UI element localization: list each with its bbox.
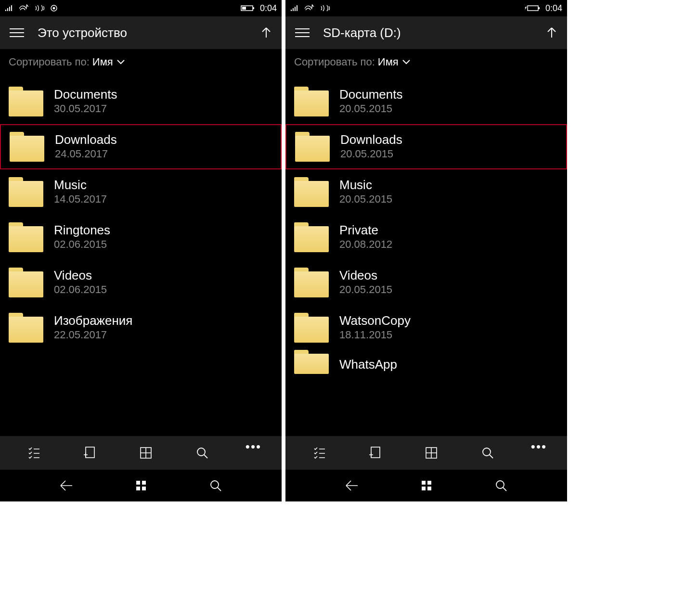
- svg-rect-19: [427, 481, 431, 485]
- status-bar: 0:04: [285, 0, 567, 16]
- folder-text: WhatsApp02.04.2017: [339, 358, 397, 372]
- phone-left: 0:04 Это устройство Сортировать по: Имя …: [0, 0, 282, 501]
- folder-icon: [9, 87, 43, 116]
- folder-item[interactable]: Изображения22.05.2017: [0, 305, 282, 350]
- location-icon: [50, 4, 58, 12]
- sort-value: Имя: [378, 56, 410, 68]
- folder-date: 14.05.2017: [54, 192, 107, 206]
- app-bar: •••: [0, 436, 282, 470]
- back-button[interactable]: [340, 474, 364, 498]
- menu-button[interactable]: [6, 21, 29, 44]
- sort-control[interactable]: Сортировать по: Имя: [285, 49, 567, 75]
- folder-item[interactable]: Downloads20.05.2015: [285, 124, 567, 169]
- folder-item[interactable]: Downloads24.05.2017: [0, 124, 282, 169]
- folder-name: Documents: [54, 88, 117, 102]
- status-left: [5, 4, 58, 12]
- signal-icon: [290, 4, 300, 12]
- sort-value-text: Имя: [92, 56, 113, 68]
- folder-item[interactable]: Private20.08.2012: [285, 215, 567, 260]
- nav-search-button[interactable]: [489, 474, 513, 498]
- folder-item[interactable]: Ringtones02.06.2015: [0, 215, 282, 260]
- folder-icon: [294, 222, 329, 252]
- view-button[interactable]: [417, 441, 446, 465]
- folder-text: Downloads24.05.2017: [55, 133, 117, 161]
- select-button[interactable]: [304, 441, 333, 465]
- folder-text: WatsonCopy18.11.2015: [339, 314, 411, 342]
- folder-item[interactable]: Videos20.05.2015: [285, 260, 567, 305]
- folder-text: Ringtones02.06.2015: [54, 223, 110, 251]
- folder-item[interactable]: Documents30.05.2017: [0, 79, 282, 124]
- nav-bar: [0, 470, 282, 501]
- folder-name: Downloads: [55, 133, 117, 147]
- battery-icon: [241, 4, 255, 12]
- folder-text: Documents30.05.2017: [54, 88, 117, 116]
- svg-point-12: [211, 481, 219, 488]
- folder-icon: [294, 268, 329, 297]
- vibrate-icon: [35, 4, 45, 12]
- more-button[interactable]: •••: [530, 441, 549, 465]
- folder-text: Music20.05.2015: [339, 178, 392, 206]
- up-button[interactable]: [257, 26, 276, 39]
- folder-icon: [9, 222, 43, 252]
- home-button[interactable]: [129, 474, 153, 498]
- page-title: Это устройство: [38, 26, 257, 40]
- more-button[interactable]: •••: [244, 441, 263, 465]
- app-bar: •••: [285, 436, 567, 470]
- header: Это устройство: [0, 16, 282, 49]
- folder-text: Music14.05.2017: [54, 178, 107, 206]
- folder-text: Videos20.05.2015: [339, 269, 392, 296]
- svg-rect-11: [142, 487, 146, 490]
- folder-date: 20.05.2015: [340, 147, 402, 161]
- home-button[interactable]: [414, 474, 439, 498]
- search-button[interactable]: [473, 441, 502, 465]
- folder-icon: [294, 350, 329, 380]
- sort-label: Сортировать по:: [9, 56, 90, 68]
- folder-icon: [294, 177, 329, 207]
- sort-control[interactable]: Сортировать по: Имя: [0, 49, 282, 75]
- folder-text: Private20.08.2012: [339, 223, 392, 251]
- wifi-nfc-icon: [305, 4, 315, 12]
- folder-text: Documents20.05.2015: [339, 88, 403, 116]
- folder-date: 20.05.2015: [339, 283, 392, 297]
- folder-date: 02.06.2015: [54, 238, 110, 252]
- new-folder-button[interactable]: [361, 441, 389, 465]
- clock: 0:04: [260, 3, 277, 13]
- folder-item[interactable]: Documents20.05.2015: [285, 79, 567, 124]
- folder-list: Documents30.05.2017Downloads24.05.2017Mu…: [0, 75, 282, 436]
- svg-rect-8: [136, 481, 140, 485]
- signal-icon: [5, 4, 14, 12]
- new-folder-button[interactable]: [75, 441, 104, 465]
- svg-rect-18: [422, 481, 426, 485]
- folder-name: Music: [54, 178, 107, 192]
- status-right: 0:04: [524, 3, 562, 13]
- nav-search-button[interactable]: [204, 474, 228, 498]
- folder-date: 20.08.2012: [339, 238, 392, 252]
- folder-icon: [9, 268, 43, 297]
- folder-item[interactable]: WatsonCopy18.11.2015: [285, 305, 567, 350]
- svg-rect-9: [142, 481, 146, 485]
- folder-name: Music: [339, 178, 392, 192]
- battery-charging-icon: [524, 4, 541, 12]
- folder-icon: [9, 313, 43, 343]
- folder-date: 24.05.2017: [55, 147, 117, 161]
- menu-button[interactable]: [291, 21, 314, 44]
- svg-rect-5: [86, 447, 94, 458]
- svg-point-7: [197, 448, 205, 456]
- up-button[interactable]: [542, 26, 561, 39]
- folder-item[interactable]: Videos02.06.2015: [0, 260, 282, 305]
- folder-date: 20.05.2015: [339, 102, 403, 116]
- clock: 0:04: [545, 3, 562, 13]
- folder-item[interactable]: Music20.05.2015: [285, 169, 567, 215]
- folder-item[interactable]: WhatsApp02.04.2017: [285, 350, 567, 379]
- folder-name: Documents: [339, 88, 403, 102]
- svg-rect-20: [422, 487, 426, 490]
- svg-rect-10: [136, 487, 140, 490]
- folder-name: Private: [339, 223, 392, 238]
- folder-text: Изображения22.05.2017: [54, 314, 132, 342]
- back-button[interactable]: [54, 474, 78, 498]
- select-button[interactable]: [19, 441, 48, 465]
- view-button[interactable]: [131, 441, 160, 465]
- folder-icon: [9, 177, 43, 207]
- search-button[interactable]: [188, 441, 217, 465]
- folder-item[interactable]: Music14.05.2017: [0, 169, 282, 215]
